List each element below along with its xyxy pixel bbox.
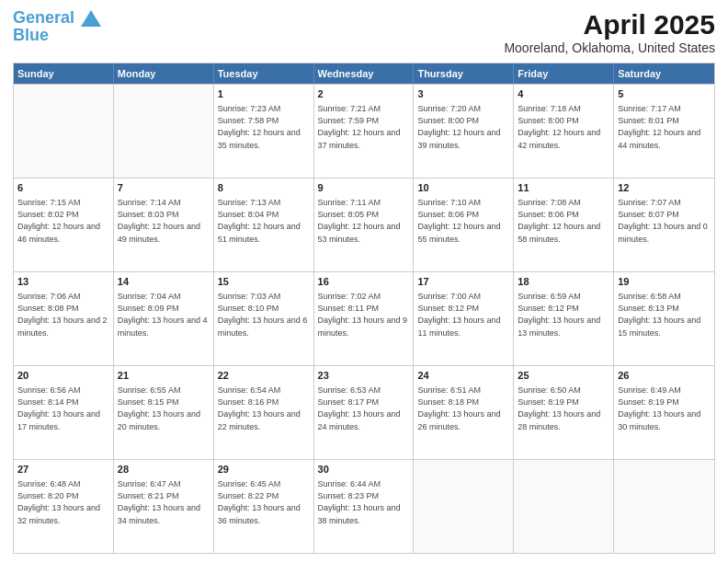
day-cell-4: 4Sunrise: 7:18 AM Sunset: 8:00 PM Daylig… <box>514 85 614 178</box>
day-cell-26: 26Sunrise: 6:49 AM Sunset: 8:19 PM Dayli… <box>614 366 714 459</box>
title-block: April 2025 Mooreland, Oklahoma, United S… <box>504 9 715 55</box>
day-info: Sunrise: 7:21 AM Sunset: 7:59 PM Dayligh… <box>318 103 410 151</box>
page: General Blue April 2025 Mooreland, Oklah… <box>0 0 728 563</box>
day-info: Sunrise: 6:55 AM Sunset: 8:15 PM Dayligh… <box>118 385 210 432</box>
week-row-4: 27Sunrise: 6:48 AM Sunset: 8:20 PM Dayli… <box>14 459 714 553</box>
logo-blue: Blue <box>13 26 49 45</box>
day-info: Sunrise: 7:14 AM Sunset: 8:03 PM Dayligh… <box>118 197 210 245</box>
header-thursday: Thursday <box>414 63 514 84</box>
day-info: Sunrise: 6:58 AM Sunset: 8:13 PM Dayligh… <box>618 291 711 339</box>
day-number: 12 <box>618 181 711 195</box>
day-cell-23: 23Sunrise: 6:53 AM Sunset: 8:17 PM Dayli… <box>314 366 415 459</box>
day-number: 5 <box>618 87 711 101</box>
day-cell-9: 9Sunrise: 7:11 AM Sunset: 8:05 PM Daylig… <box>314 178 415 271</box>
calendar-header-row: Sunday Monday Tuesday Wednesday Thursday… <box>14 63 714 84</box>
header: General Blue April 2025 Mooreland, Oklah… <box>13 9 715 55</box>
day-cell-16: 16Sunrise: 7:02 AM Sunset: 8:11 PM Dayli… <box>314 272 415 365</box>
header-sunday: Sunday <box>14 63 114 84</box>
day-cell-20: 20Sunrise: 6:56 AM Sunset: 8:14 PM Dayli… <box>14 366 114 459</box>
week-row-3: 20Sunrise: 6:56 AM Sunset: 8:14 PM Dayli… <box>14 365 714 459</box>
day-number: 13 <box>17 275 109 289</box>
day-info: Sunrise: 7:08 AM Sunset: 8:06 PM Dayligh… <box>518 197 609 245</box>
day-number: 27 <box>17 463 109 477</box>
day-cell-17: 17Sunrise: 7:00 AM Sunset: 8:12 PM Dayli… <box>414 272 514 365</box>
day-cell-27: 27Sunrise: 6:48 AM Sunset: 8:20 PM Dayli… <box>14 460 114 553</box>
day-cell-5: 5Sunrise: 7:17 AM Sunset: 8:01 PM Daylig… <box>614 85 714 178</box>
logo-general: General <box>13 8 74 27</box>
day-number: 6 <box>17 181 109 195</box>
day-cell-29: 29Sunrise: 6:45 AM Sunset: 8:22 PM Dayli… <box>214 460 314 553</box>
day-cell-3: 3Sunrise: 7:20 AM Sunset: 8:00 PM Daylig… <box>414 85 514 178</box>
day-number: 26 <box>618 369 711 383</box>
day-info: Sunrise: 6:51 AM Sunset: 8:18 PM Dayligh… <box>417 385 509 432</box>
day-number: 11 <box>518 181 609 195</box>
day-info: Sunrise: 7:20 AM Sunset: 8:00 PM Dayligh… <box>417 103 509 151</box>
empty-cell <box>614 460 714 553</box>
day-info: Sunrise: 7:15 AM Sunset: 8:02 PM Dayligh… <box>17 197 109 245</box>
day-info: Sunrise: 6:44 AM Sunset: 8:23 PM Dayligh… <box>318 478 410 526</box>
day-cell-21: 21Sunrise: 6:55 AM Sunset: 8:15 PM Dayli… <box>114 366 214 459</box>
day-info: Sunrise: 7:11 AM Sunset: 8:05 PM Dayligh… <box>318 197 410 245</box>
day-cell-7: 7Sunrise: 7:14 AM Sunset: 8:03 PM Daylig… <box>114 178 214 271</box>
day-info: Sunrise: 6:48 AM Sunset: 8:20 PM Dayligh… <box>17 478 109 526</box>
day-number: 3 <box>417 87 509 101</box>
day-number: 28 <box>118 463 210 477</box>
day-number: 16 <box>318 275 410 289</box>
empty-cell <box>514 460 614 553</box>
day-number: 14 <box>118 275 210 289</box>
day-info: Sunrise: 6:56 AM Sunset: 8:14 PM Dayligh… <box>17 385 109 432</box>
day-cell-15: 15Sunrise: 7:03 AM Sunset: 8:10 PM Dayli… <box>214 272 314 365</box>
day-info: Sunrise: 6:47 AM Sunset: 8:21 PM Dayligh… <box>118 478 210 526</box>
logo: General Blue <box>13 9 101 45</box>
day-cell-11: 11Sunrise: 7:08 AM Sunset: 8:06 PM Dayli… <box>514 178 614 271</box>
day-info: Sunrise: 7:18 AM Sunset: 8:00 PM Dayligh… <box>518 103 609 151</box>
day-number: 24 <box>417 369 509 383</box>
day-info: Sunrise: 7:13 AM Sunset: 8:04 PM Dayligh… <box>218 197 310 245</box>
day-number: 22 <box>218 369 310 383</box>
day-cell-10: 10Sunrise: 7:10 AM Sunset: 8:06 PM Dayli… <box>414 178 514 271</box>
day-number: 23 <box>318 369 410 383</box>
day-cell-24: 24Sunrise: 6:51 AM Sunset: 8:18 PM Dayli… <box>414 366 514 459</box>
location-subtitle: Mooreland, Oklahoma, United States <box>504 40 715 55</box>
header-tuesday: Tuesday <box>214 63 314 84</box>
day-cell-30: 30Sunrise: 6:44 AM Sunset: 8:23 PM Dayli… <box>314 460 415 553</box>
day-info: Sunrise: 6:50 AM Sunset: 8:19 PM Dayligh… <box>518 385 609 432</box>
day-info: Sunrise: 6:49 AM Sunset: 8:19 PM Dayligh… <box>618 385 711 432</box>
day-cell-19: 19Sunrise: 6:58 AM Sunset: 8:13 PM Dayli… <box>614 272 714 365</box>
day-info: Sunrise: 7:17 AM Sunset: 8:01 PM Dayligh… <box>618 103 711 151</box>
svg-marker-0 <box>81 10 101 27</box>
day-cell-13: 13Sunrise: 7:06 AM Sunset: 8:08 PM Dayli… <box>14 272 114 365</box>
month-year-title: April 2025 <box>504 9 715 40</box>
day-cell-8: 8Sunrise: 7:13 AM Sunset: 8:04 PM Daylig… <box>214 178 314 271</box>
empty-cell <box>414 460 514 553</box>
day-number: 10 <box>417 181 509 195</box>
day-number: 30 <box>318 463 410 477</box>
day-info: Sunrise: 6:53 AM Sunset: 8:17 PM Dayligh… <box>318 385 410 432</box>
day-info: Sunrise: 7:10 AM Sunset: 8:06 PM Dayligh… <box>417 197 509 245</box>
day-info: Sunrise: 7:07 AM Sunset: 8:07 PM Dayligh… <box>618 197 711 245</box>
day-cell-18: 18Sunrise: 6:59 AM Sunset: 8:12 PM Dayli… <box>514 272 614 365</box>
day-info: Sunrise: 6:54 AM Sunset: 8:16 PM Dayligh… <box>218 385 310 432</box>
day-info: Sunrise: 6:45 AM Sunset: 8:22 PM Dayligh… <box>218 478 310 526</box>
day-number: 1 <box>218 87 310 101</box>
day-number: 20 <box>17 369 109 383</box>
day-cell-12: 12Sunrise: 7:07 AM Sunset: 8:07 PM Dayli… <box>614 178 714 271</box>
day-cell-28: 28Sunrise: 6:47 AM Sunset: 8:21 PM Dayli… <box>114 460 214 553</box>
day-cell-2: 2Sunrise: 7:21 AM Sunset: 7:59 PM Daylig… <box>314 85 415 178</box>
week-row-1: 6Sunrise: 7:15 AM Sunset: 8:02 PM Daylig… <box>14 178 714 271</box>
day-number: 21 <box>118 369 210 383</box>
day-info: Sunrise: 7:06 AM Sunset: 8:08 PM Dayligh… <box>17 291 109 339</box>
day-number: 29 <box>218 463 310 477</box>
header-wednesday: Wednesday <box>314 63 415 84</box>
day-info: Sunrise: 7:23 AM Sunset: 7:58 PM Dayligh… <box>218 103 310 151</box>
day-number: 17 <box>417 275 509 289</box>
day-number: 7 <box>118 181 210 195</box>
day-info: Sunrise: 7:04 AM Sunset: 8:09 PM Dayligh… <box>118 291 210 339</box>
day-number: 8 <box>218 181 310 195</box>
day-number: 9 <box>318 181 410 195</box>
header-friday: Friday <box>514 63 614 84</box>
day-info: Sunrise: 6:59 AM Sunset: 8:12 PM Dayligh… <box>518 291 609 339</box>
header-monday: Monday <box>114 63 214 84</box>
logo-icon <box>81 10 101 27</box>
calendar-body: 1Sunrise: 7:23 AM Sunset: 7:58 PM Daylig… <box>14 84 714 553</box>
